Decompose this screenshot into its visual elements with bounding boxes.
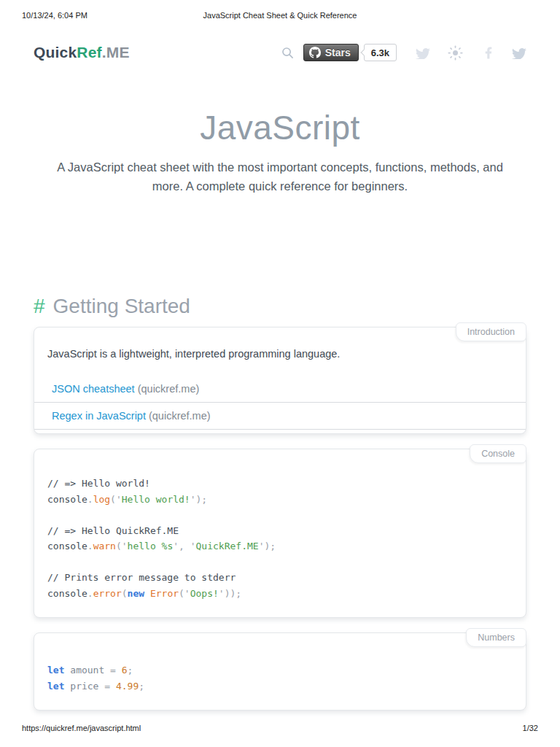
- cheatsheet-link[interactable]: JSON cheatsheet: [52, 383, 135, 395]
- code-line: // => Hello QuickRef.ME: [47, 523, 513, 539]
- card-tab-introduction[interactable]: Introduction: [456, 322, 526, 341]
- print-url: https://quickref.me/javascript.html: [22, 724, 141, 732]
- header-actions: Stars 6.3k: [281, 44, 526, 61]
- github-button-label: Stars: [325, 47, 351, 58]
- twitter-icon[interactable]: [416, 47, 430, 59]
- intro-links: JSON cheatsheet (quickref.me)Regex in Ja…: [34, 376, 526, 430]
- page: QuickRef.ME Stars 6.3k: [34, 0, 526, 711]
- logo-part-me: .ME: [102, 44, 130, 61]
- card-tab-console[interactable]: Console: [470, 444, 526, 463]
- intro-link-row: Regex in JavaScript (quickref.me): [34, 403, 526, 430]
- print-datetime: 10/13/24, 6:04 PM: [22, 11, 88, 20]
- github-stars-widget: Stars 6.3k: [303, 44, 397, 61]
- intro-paragraph: JavaScript is a lightweight, interpreted…: [34, 328, 526, 360]
- link-suffix: (quickref.me): [146, 410, 211, 422]
- facebook-icon[interactable]: [485, 47, 492, 59]
- code-line: console.log('Hello world!');: [47, 492, 513, 508]
- github-star-count[interactable]: 6.3k: [364, 44, 397, 61]
- page-subtitle: A JavaScript cheat sheet with the most i…: [43, 158, 517, 196]
- link-suffix: (quickref.me): [135, 383, 200, 395]
- print-footer: https://quickref.me/javascript.html 1/32: [22, 724, 538, 732]
- print-doc-title: JavaScript Cheat Sheet & Quick Reference: [22, 11, 538, 20]
- search-icon[interactable]: [281, 47, 294, 59]
- code-line: console.error(new Error('Oops!'));: [47, 586, 513, 602]
- code-line: console.warn('hello %s', 'QuickRef.ME');: [47, 538, 513, 554]
- section-heading-getting-started: #Getting Started: [34, 295, 526, 318]
- logo-part-quick: Quick: [34, 44, 77, 61]
- sun-icon[interactable]: [448, 45, 463, 61]
- code-line: [47, 554, 513, 570]
- github-octocat-icon: [309, 47, 321, 58]
- card-bottom-padding: [34, 430, 526, 433]
- logo-part-ref: Ref: [77, 44, 101, 61]
- code-line: let amount = 6;: [47, 662, 513, 678]
- numbers-code-block: let amount = 6;let price = 4.99;: [34, 633, 526, 710]
- hash-anchor-icon[interactable]: #: [34, 295, 45, 317]
- intro-link-row: JSON cheatsheet (quickref.me): [34, 376, 526, 403]
- code-line: [47, 507, 513, 523]
- code-line: // => Hello world!: [47, 476, 513, 492]
- cheatsheet-link[interactable]: Regex in JavaScript: [52, 410, 146, 422]
- quickref-logo[interactable]: QuickRef.ME: [34, 44, 130, 61]
- console-code-block: // => Hello world!console.log('Hello wor…: [34, 449, 526, 617]
- card-numbers: Numbers let amount = 6;let price = 4.99;: [34, 632, 526, 711]
- page-title: JavaScript: [34, 108, 526, 147]
- card-introduction: Introduction JavaScript is a lightweight…: [34, 327, 526, 434]
- section-title: Getting Started: [53, 295, 190, 317]
- site-header: QuickRef.ME Stars 6.3k: [34, 0, 526, 61]
- card-console: Console // => Hello world!console.log('H…: [34, 449, 526, 618]
- twitter-icon[interactable]: [512, 47, 526, 59]
- print-header: 10/13/24, 6:04 PM JavaScript Cheat Sheet…: [22, 11, 538, 20]
- github-stars-button[interactable]: Stars: [303, 44, 359, 61]
- print-page-number: 1/32: [523, 724, 538, 732]
- card-tab-numbers[interactable]: Numbers: [466, 628, 526, 647]
- code-line: let price = 4.99;: [47, 678, 513, 694]
- code-line: // Prints error message to stderr: [47, 570, 513, 586]
